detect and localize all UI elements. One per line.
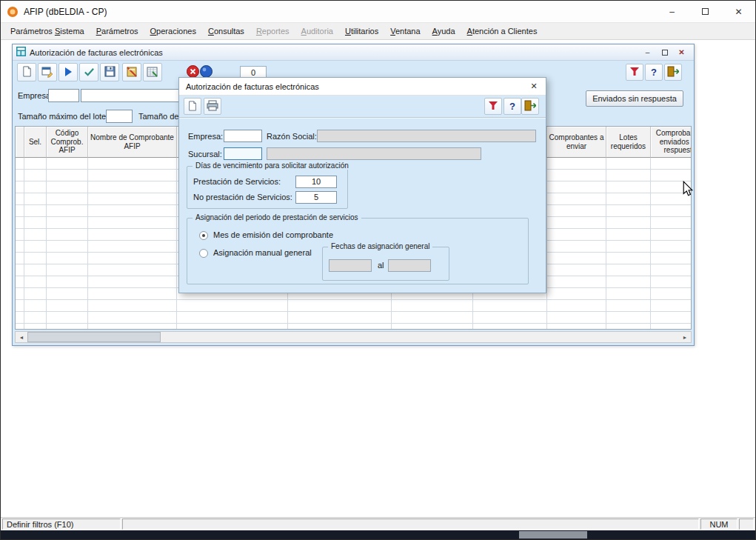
radio-manual[interactable] (199, 249, 208, 258)
empresa-code-field[interactable] (48, 89, 79, 102)
sucursal-field[interactable] (224, 147, 262, 160)
tamano-lote-field[interactable] (106, 110, 133, 123)
sucursal-name-field (267, 147, 481, 160)
grid-row[interactable] (16, 300, 691, 312)
grid-cell (16, 170, 24, 181)
edit-button[interactable] (38, 63, 57, 81)
grid-row[interactable] (16, 324, 691, 330)
menu-item[interactable]: Ayuda (426, 24, 461, 38)
grid-row[interactable] (16, 312, 691, 324)
confirm-button[interactable] (79, 63, 98, 81)
grid-column-header[interactable]: Código Comprob. AFIP (47, 127, 88, 158)
grid-cell (47, 253, 88, 264)
menu-item[interactable]: Parámetros (90, 24, 144, 38)
child-titlebar: Autorización de facturas electrónicas – … (13, 44, 694, 61)
taskbar-item[interactable] (519, 531, 587, 539)
horizontal-scrollbar[interactable]: ◄ ► (15, 331, 692, 343)
scroll-right-button[interactable]: ► (679, 332, 691, 342)
grid-cell (47, 170, 88, 181)
maximize-button[interactable] (689, 1, 722, 22)
dialog-exit-button[interactable] (521, 98, 539, 115)
dialog-empresa-label: Empresa: (188, 132, 223, 141)
cancel-icon[interactable] (187, 65, 199, 78)
grid-cell (606, 170, 651, 181)
info-icon[interactable] (200, 65, 213, 78)
grid-column-header[interactable]: Lotes requeridos (606, 127, 651, 158)
prestacion-field[interactable]: 10 (295, 176, 337, 188)
menu-item[interactable]: Atención a Clientes (461, 24, 543, 38)
child-minimize-button[interactable]: – (642, 47, 653, 57)
app-icon (7, 6, 19, 18)
no-prestacion-field[interactable]: 5 (295, 191, 337, 204)
enviados-sin-respuesta-button[interactable]: Enviados sin respuesta (586, 90, 683, 107)
run-button[interactable] (58, 63, 78, 81)
grid-cell (47, 229, 88, 241)
grid-cell (177, 300, 288, 312)
grid-cell (16, 205, 24, 217)
razon-social-field (317, 130, 536, 142)
menu-item[interactable]: Consultas (202, 24, 250, 38)
edit-icon (41, 66, 53, 79)
grid-cell (88, 229, 177, 241)
grid-column-header[interactable] (16, 127, 24, 158)
resize-grip[interactable] (739, 519, 754, 530)
grid-column-header[interactable]: Sel. (24, 127, 47, 158)
print-icon (207, 100, 218, 113)
close-button[interactable]: ✕ (722, 1, 755, 22)
help-button[interactable]: ? (645, 64, 663, 81)
dialog-new-button[interactable] (184, 98, 201, 115)
save-button[interactable] (100, 63, 119, 81)
grid-cell (177, 324, 288, 330)
status-spacer (122, 519, 699, 530)
grid-cell (651, 264, 692, 276)
grid-cell (24, 324, 47, 330)
grid-column-header[interactable]: Comprobantes a enviar (547, 127, 606, 158)
grid-cell (651, 300, 692, 312)
grid-cell (16, 181, 24, 193)
grid-cell (88, 217, 177, 229)
grid-cell (547, 217, 606, 229)
child-maximize-button[interactable] (659, 47, 670, 57)
dialog-filter-button[interactable] (484, 98, 502, 115)
grid-cell (24, 253, 47, 264)
minimize-button[interactable]: – (655, 1, 689, 22)
grid-cell (651, 324, 692, 330)
grid-column-header[interactable]: Nombre de Comprobante AFIP (88, 127, 177, 158)
export-button[interactable] (143, 63, 162, 81)
radio-mes-label[interactable]: Mes de emisión del comprobante (213, 230, 333, 239)
export-grid-icon (147, 66, 158, 79)
help-icon: ? (651, 67, 657, 78)
new-button[interactable] (17, 63, 36, 81)
dialog-empresa-field[interactable] (224, 130, 262, 142)
menu-item[interactable]: Operaciones (144, 24, 202, 38)
menu-item[interactable]: Parámetros Sistema (4, 24, 90, 38)
grid-cell (547, 158, 606, 170)
grid-cell (88, 193, 177, 205)
grid-column-header[interactable]: Comprobantes enviados sin respuesta (651, 127, 692, 158)
menu-item[interactable]: Utilitarios (339, 24, 384, 38)
ledger-button[interactable] (122, 63, 141, 81)
tamano-lote-label: Tamaño máximo del lote: (18, 112, 108, 121)
exit-button[interactable] (664, 64, 682, 81)
scroll-left-button[interactable]: ◄ (16, 332, 27, 342)
filter-button[interactable] (626, 64, 643, 81)
radio-mes[interactable] (199, 231, 208, 240)
ledger-icon (126, 66, 138, 79)
dialog-close-button[interactable]: ✕ (522, 79, 546, 95)
grid-cell (16, 288, 24, 300)
scroll-track[interactable] (27, 332, 679, 342)
child-close-button[interactable]: ✕ (676, 47, 687, 57)
grid-cell (547, 170, 606, 181)
dialog-help-button[interactable]: ? (504, 98, 521, 115)
menu-item[interactable]: Ventana (384, 24, 426, 38)
grid-cell (651, 241, 692, 253)
grid-cell (606, 205, 651, 217)
grid-cell (47, 217, 88, 229)
grid-cell (606, 241, 651, 253)
fecha-hasta-field (388, 259, 431, 272)
print-button[interactable] (204, 98, 221, 115)
scroll-thumb[interactable] (27, 332, 161, 342)
grid-cell (47, 205, 88, 217)
radio-manual-label[interactable]: Asignación manual general (213, 248, 312, 257)
grid-cell (606, 264, 651, 276)
